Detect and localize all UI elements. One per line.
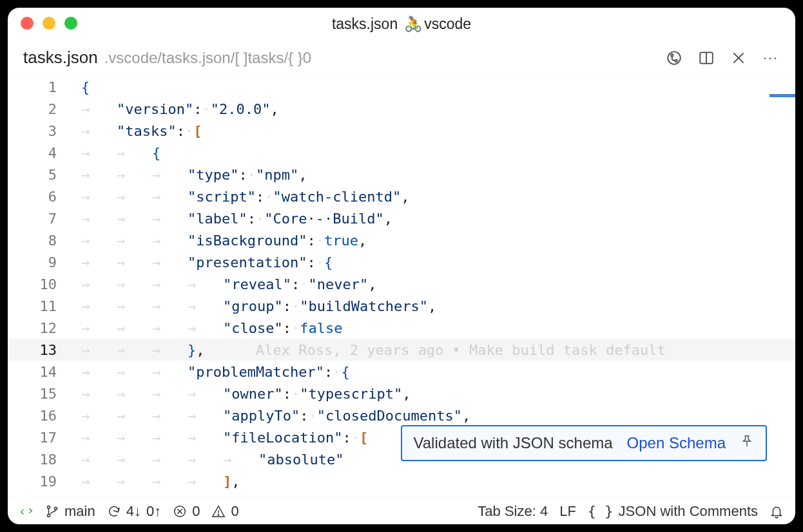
line-content[interactable]: →→→"problemMatcher":·{: [72, 364, 795, 380]
line-content[interactable]: →→→→"reveal":·"never",: [72, 276, 795, 292]
line-content[interactable]: →"tasks":·[: [72, 123, 795, 139]
line-number[interactable]: 10: [8, 276, 72, 292]
code-line[interactable]: 9→→→"presentation":·{: [8, 251, 795, 273]
line-number[interactable]: 6: [8, 189, 72, 205]
line-content[interactable]: →→→→"applyTo":·"closedDocuments",: [72, 408, 795, 424]
line-number[interactable]: 17: [8, 430, 72, 446]
line-content[interactable]: →→→→"group":·"buildWatchers",: [72, 298, 795, 314]
editor[interactable]: 1{2→"version":·"2.0.0",3→"tasks":·[4→→{5…: [8, 76, 795, 497]
breadcrumb-seg-2[interactable]: tasks/: [247, 49, 288, 67]
svg-point-0: [668, 52, 681, 64]
git-branch[interactable]: main: [45, 503, 95, 520]
error-count: 0: [192, 503, 200, 520]
line-content[interactable]: →→→"presentation":·{: [72, 254, 795, 271]
line-number[interactable]: 13: [8, 342, 72, 358]
active-tab-name[interactable]: tasks.json: [23, 48, 98, 68]
line-number[interactable]: 5: [8, 167, 72, 183]
line-number[interactable]: 16: [8, 408, 72, 424]
line-number[interactable]: 18: [8, 451, 72, 468]
problems-warnings[interactable]: 0: [211, 503, 238, 520]
code-line[interactable]: 19→→→→],: [8, 470, 795, 492]
code-line[interactable]: 7→→→"label":·"Core·-·Build",: [8, 207, 795, 229]
editor-tab-row: tasks.json .vscode/tasks.json/ [ ] tasks…: [8, 40, 795, 76]
code-line[interactable]: 13→→→}, Alex Ross, 2 years ago • Make bu…: [8, 339, 795, 361]
code-line[interactable]: 2→"version":·"2.0.0",: [8, 98, 795, 120]
git-sync[interactable]: 4↓ 0↑: [107, 503, 162, 520]
line-number[interactable]: 3: [8, 123, 72, 139]
sync-incoming: 4↓: [126, 503, 141, 520]
line-number[interactable]: 19: [8, 473, 72, 489]
line-content[interactable]: →→→"label":·"Core·-·Build",: [72, 211, 795, 227]
code-line[interactable]: 12→→→→"close":·false: [8, 317, 795, 339]
code-line[interactable]: 10→→→→"reveal":·"never",: [8, 273, 795, 295]
code-line[interactable]: 6→→→"script":·"watch-clientd",: [8, 185, 795, 207]
line-number[interactable]: 9: [8, 254, 72, 271]
line-content[interactable]: →→{: [72, 145, 795, 161]
breadcrumb-seg-4[interactable]: 0: [303, 49, 311, 67]
line-content[interactable]: →→→"script":·"watch-clientd",: [72, 189, 795, 205]
line-number[interactable]: 11: [8, 298, 72, 314]
line-number[interactable]: 4: [8, 145, 72, 161]
open-schema-link[interactable]: Open Schema: [627, 434, 726, 452]
line-content[interactable]: {: [72, 79, 795, 95]
line-number[interactable]: 7: [8, 211, 72, 227]
line-content[interactable]: →"version":·"2.0.0",: [72, 101, 795, 117]
code-line[interactable]: 5→→→"type":·"npm",: [8, 164, 795, 185]
svg-point-8: [47, 506, 50, 508]
code-line[interactable]: 4→→{: [8, 142, 795, 164]
breadcrumb-seg-1[interactable]: [ ]: [235, 49, 247, 67]
svg-point-15: [218, 514, 219, 515]
sync-outgoing: 0↑: [146, 503, 161, 520]
line-number[interactable]: 1: [8, 79, 72, 95]
line-number[interactable]: 12: [8, 320, 72, 336]
window-zoom-button[interactable]: [64, 17, 77, 30]
split-editor-icon[interactable]: [697, 49, 715, 67]
line-content[interactable]: →→→→"close":·false: [72, 320, 795, 336]
titlebar: tasks.json 🚴 vscode: [8, 8, 795, 40]
language-mode: JSON with Comments: [619, 503, 758, 520]
svg-point-1: [671, 53, 673, 55]
svg-point-10: [54, 507, 57, 509]
schema-hover-message: Validated with JSON schema: [414, 434, 613, 452]
problems-errors[interactable]: 0: [173, 503, 200, 520]
svg-point-9: [47, 514, 50, 517]
breadcrumb-seg-0[interactable]: .vscode/tasks.json/: [104, 49, 235, 67]
warning-count: 0: [231, 503, 238, 520]
line-number[interactable]: 2: [8, 101, 72, 117]
language-status[interactable]: { } JSON with Comments: [588, 503, 758, 520]
indentation-status[interactable]: Tab Size: 4: [478, 503, 548, 520]
code-line[interactable]: 8→→→"isBackground":·true,: [8, 229, 795, 251]
svg-point-2: [675, 59, 677, 61]
window-minimize-button[interactable]: [43, 17, 55, 30]
code-line[interactable]: 3→"tasks":·[: [8, 120, 795, 142]
code-line[interactable]: 16→→→→"applyTo":·"closedDocuments",: [8, 404, 795, 426]
code-line[interactable]: 14→→→"problemMatcher":·{: [8, 361, 795, 383]
line-number[interactable]: 14: [8, 364, 72, 380]
window-close-button[interactable]: [21, 17, 34, 30]
line-content[interactable]: →→→"type":·"npm",: [72, 167, 795, 183]
code-line[interactable]: 11→→→→"group":·"buildWatchers",: [8, 295, 795, 317]
title-emoji: 🚴: [404, 15, 423, 33]
code-line[interactable]: 15→→→→"owner":·"typescript",: [8, 383, 795, 404]
line-number[interactable]: 8: [8, 233, 72, 249]
breadcrumb-seg-3[interactable]: { }: [288, 49, 303, 67]
line-number[interactable]: 15: [8, 386, 72, 402]
line-content[interactable]: →→→}, Alex Ross, 2 years ago • Make buil…: [72, 342, 795, 358]
schema-hover-popup: Validated with JSON schema Open Schema: [401, 425, 767, 461]
close-tab-icon[interactable]: [730, 49, 748, 67]
eol-status[interactable]: LF: [559, 503, 576, 520]
pin-hover-icon[interactable]: [740, 434, 754, 452]
line-content[interactable]: →→→→],: [72, 473, 795, 489]
more-actions-icon[interactable]: ···: [762, 49, 780, 67]
git-branch-name: main: [64, 503, 95, 520]
source-control-icon[interactable]: [665, 49, 683, 67]
line-content[interactable]: →→→"isBackground":·true,: [72, 233, 795, 249]
code-line[interactable]: 1{: [8, 76, 795, 98]
status-bar: main 4↓ 0↑ 0 0 Tab Size: 4 LF { } JSON w…: [8, 497, 795, 524]
title-workspace: vscode: [424, 15, 471, 33]
git-blame-annotation: Alex Ross, 2 years ago • Make build task…: [205, 342, 666, 358]
notifications-bell-icon[interactable]: [769, 504, 784, 518]
breadcrumb[interactable]: .vscode/tasks.json/ [ ] tasks/ { } 0: [104, 49, 312, 67]
line-content[interactable]: →→→→"owner":·"typescript",: [72, 386, 795, 402]
remote-indicator[interactable]: [19, 504, 34, 518]
